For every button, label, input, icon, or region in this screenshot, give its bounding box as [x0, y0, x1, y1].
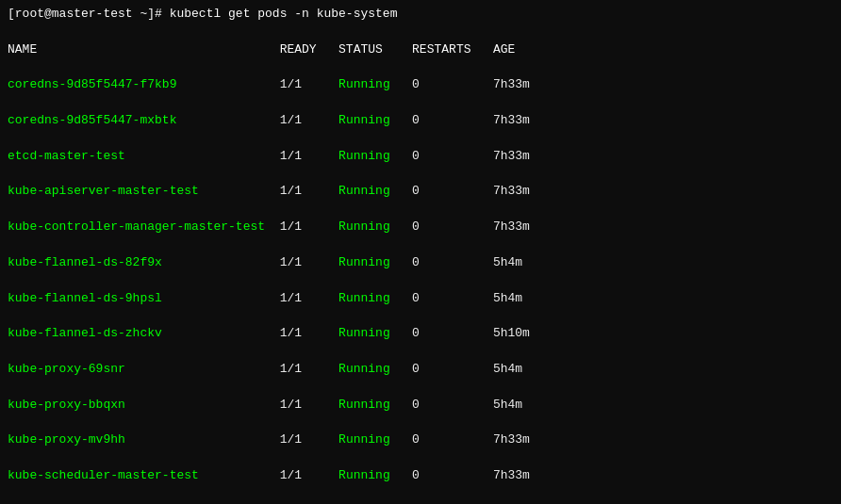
pod-row: kube-flannel-ds-zhckv 1/1 Running 0 5h10… [8, 325, 833, 343]
pod-row: kube-proxy-69snr 1/1 Running 0 5h4m [8, 361, 833, 379]
terminal-line-header: NAME READY STATUS RESTARTS AGE [8, 41, 833, 59]
pod-row: coredns-9d85f5447-mxbtk 1/1 Running 0 7h… [8, 112, 833, 130]
pod-row: kube-scheduler-master-test 1/1 Running 0… [8, 467, 833, 485]
pod-row: kube-flannel-ds-9hpsl 1/1 Running 0 5h4m [8, 290, 833, 308]
pod-row: kube-controller-manager-master-test 1/1 … [8, 219, 833, 236]
pod-row: kube-apiserver-master-test 1/1 Running 0… [8, 183, 833, 201]
pod-row: kube-proxy-mv9hh 1/1 Running 0 7h33m [8, 431, 833, 449]
pod-row: kube-proxy-bbqxn 1/1 Running 0 5h4m [8, 397, 833, 415]
pod-row: coredns-9d85f5447-f7kb9 1/1 Running 0 7h… [8, 76, 833, 94]
terminal: [root@master-test ~]# kubectl get pods -… [0, 0, 841, 504]
pod-row: kube-flannel-ds-82f9x 1/1 Running 0 5h4m [8, 254, 833, 272]
pod-row: etcd-master-test 1/1 Running 0 7h33m [8, 148, 833, 166]
terminal-line-prompt: [root@master-test ~]# kubectl get pods -… [8, 6, 833, 24]
